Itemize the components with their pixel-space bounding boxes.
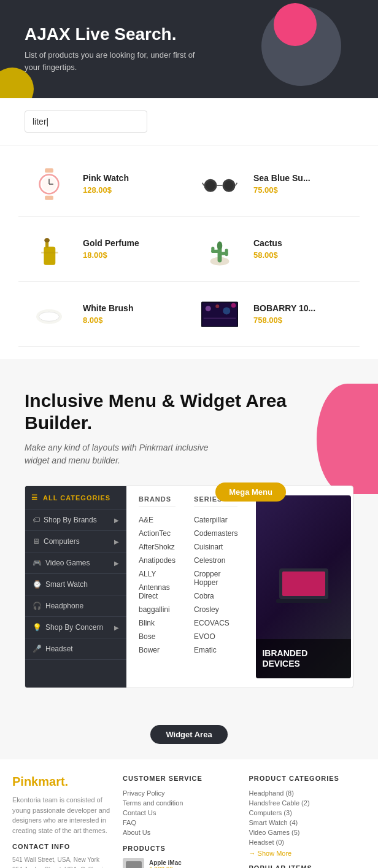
list-item[interactable]: A&E [139,513,176,527]
product-info: White Brush 8.00$ [83,303,133,325]
list-item[interactable]: Cobra [194,589,237,603]
product-name: White Brush [83,303,133,313]
category-item[interactable]: Smart Watch (4) [249,818,366,827]
product-mini-price: £ 320.00 [149,866,182,869]
sidebar-item-videogames[interactable]: 🎮Video Games ▶ [25,552,126,574]
sidebar-item-headphone[interactable]: 🎧Headphone [25,595,126,617]
product-name: Cactus [253,238,282,248]
product-mini-item[interactable]: Apple iMac £ 320.00 [123,858,240,868]
headset-icon: 🎤 [33,645,42,653]
series-column: SERIES Caterpillar Codemasters Cuisinart… [194,495,237,678]
sidebar-brands-label: Shop By Brands [44,516,97,524]
footer-services-col: CUSTOMER SERVICE Privacy Policy Terms an… [123,775,240,868]
watch-icon: ⌚ [33,580,42,589]
list-item[interactable]: AfterShokz [139,540,176,554]
list-item[interactable]: Ematic [194,643,237,657]
list-item[interactable]: Cuisinart [194,540,237,554]
hero-section: AJAX Live Search. List of products you a… [0,0,378,98]
list-item[interactable]: Bose [139,630,176,643]
menu-sidebar: ☰ ALL CATEGORIES 🏷Shop By Brands ▶ 🖥Comp… [25,486,126,688]
product-name: BOBARRY 10... [253,303,315,313]
category-item[interactable]: Computers (3) [249,808,366,818]
list-item[interactable]: Pink Watch 128.00$ [18,152,189,217]
sidebar-item-headset[interactable]: 🎤Headset [25,638,126,660]
customer-service-list: Privacy Policy Terms and condition Conta… [123,788,240,837]
svg-point-26 [39,312,60,321]
hero-title: AJAX Live Search. [25,25,353,44]
list-item[interactable]: Bower [139,643,176,657]
list-item[interactable]: Cactus 58.00$ [189,217,360,282]
gamepad-icon: 🎮 [33,559,42,567]
list-item[interactable]: Antennas Direct [139,581,176,603]
svg-point-12 [225,180,234,190]
footer-categories-col: PRODUCT CATEGORIES Headphand (8) Handsfr… [249,775,366,868]
footer-desc: Ekontoria team is consisted of young pas… [12,795,114,835]
mega-menu-button[interactable]: Mega Menu [215,482,286,502]
chevron-icon: ▶ [114,560,119,567]
headphone-icon: 🎧 [33,602,42,610]
list-item[interactable]: Gold Perfume 18.00$ [18,217,189,282]
chevron-icon: ▶ [114,538,119,545]
list-item[interactable]: EVOO [194,630,237,643]
sidebar-item-smartwatch[interactable]: ⌚Smart Watch [25,574,126,595]
list-item[interactable]: baggallini [139,603,176,616]
menu-banner: IBRANDED DEVICES [256,495,351,678]
list-item[interactable]: Terms and condition [123,798,240,808]
hero-subtitle: List of products you are looking for, un… [25,49,196,73]
list-item[interactable]: Celestron [194,554,237,567]
footer-brand-name: Pinkmart. [12,775,114,789]
list-item[interactable]: Contact Us [123,808,240,818]
list-item[interactable]: BOBARRY 10... 758.00$ [189,282,360,347]
search-input[interactable] [33,117,139,126]
product-name: Sea Blue Su... [253,173,310,183]
list-item[interactable]: FAQ [123,818,240,827]
product-mini-img [123,858,144,868]
show-more-link[interactable]: → Show More [249,850,366,857]
category-item[interactable]: Headphand (8) [249,788,366,798]
widget-area-button[interactable]: Widget Area [150,725,227,744]
list-item[interactable]: Privacy Policy [123,788,240,798]
list-item[interactable]: Sea Blue Su... 75.00$ [189,152,360,217]
widget-section: Widget Area Pinkmart. Ekontoria team is … [0,700,378,868]
svg-point-31 [223,307,230,314]
list-item[interactable]: Codemasters [194,527,237,540]
list-item[interactable]: Blink [139,616,176,630]
svg-line-10 [236,182,237,185]
list-item[interactable]: White Brush 8.00$ [18,282,189,347]
list-item[interactable]: ALLY [139,567,176,581]
product-price: 18.00$ [83,250,139,260]
address-line-1: 541 Wall Street, USA, New York [12,855,114,865]
cactus-icon [201,231,238,268]
series-list: Caterpillar Codemasters Cuisinart Celest… [194,513,237,657]
svg-point-32 [231,303,236,308]
category-item[interactable]: Video Games (5) [249,827,366,837]
banner-overlay: IBRANDED DEVICES [256,639,351,678]
list-item[interactable]: About Us [123,827,240,837]
list-item[interactable]: ECOVACS [194,616,237,630]
list-item[interactable]: Caterpillar [194,513,237,527]
svg-point-15 [44,238,50,242]
sidebar-item-concern[interactable]: 💡Shop By Concern ▶ [25,617,126,638]
category-item[interactable]: Handsfree Cable (2) [249,798,366,808]
svg-rect-36 [276,599,331,603]
product-price: 128.00$ [83,185,129,195]
svg-rect-20 [211,246,214,252]
list-item[interactable]: Cropper Hopper [194,567,237,589]
product-mini-name: Apple iMac [149,859,182,866]
list-item[interactable]: Crosley [194,603,237,616]
sidebar-item-brands[interactable]: 🏷Shop By Brands ▶ [25,510,126,531]
svg-rect-5 [45,195,53,200]
sidebar-smartwatch-label: Smart Watch [45,580,88,589]
list-item[interactable]: Anatipodes [139,554,176,567]
bulb-icon: 💡 [33,623,42,632]
footer-widget: Pinkmart. Ekontoria team is consisted of… [0,759,378,868]
svg-rect-37 [126,861,142,869]
list-item[interactable]: ActionTec [139,527,176,540]
inclusive-subtitle: Make any kind of layouts with Pinkmart i… [25,441,221,467]
product-price: 758.00$ [253,316,315,325]
category-item[interactable]: Headset (0) [249,837,366,847]
sidebar-item-computers[interactable]: 🖥Computers ▶ [25,531,126,552]
product-section: Pink Watch 128.00$ Sea Blue Su... 75. [0,145,378,359]
svg-point-29 [206,306,211,311]
product-price: 8.00$ [83,316,133,325]
